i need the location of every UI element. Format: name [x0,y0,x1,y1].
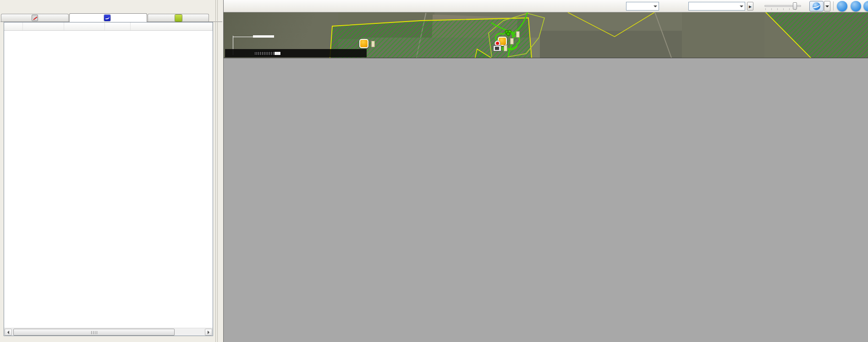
address-go-button[interactable]: ▸ [747,2,753,11]
base-combobox[interactable] [626,2,659,11]
geozone-right-polygon[interactable] [764,12,868,58]
layers-button-1[interactable] [837,1,847,11]
office-icon[interactable] [493,45,501,51]
google-earth-dropdown[interactable] [824,1,830,11]
marker-label-terminal[interactable] [510,38,514,44]
zoom-slider-thumb[interactable] [793,2,797,10]
table-header [4,22,213,31]
haystack-icon[interactable] [504,29,512,37]
layers-button-3[interactable] [863,1,868,11]
column-header-end[interactable] [64,22,105,31]
fuel-level-chart[interactable] [224,58,868,342]
google-earth-button[interactable] [809,1,824,11]
geozone-label[interactable] [371,41,375,47]
globe-icon [813,2,820,10]
number-1-icon [175,15,182,22]
chevron-down-icon [654,6,657,9]
tab-one[interactable] [148,14,209,22]
layers-button-2[interactable] [851,1,861,11]
horizontal-scrollbar[interactable] [4,328,213,336]
event-type-tab-bar [0,3,222,13]
column-header-start[interactable] [23,22,64,31]
address-combobox[interactable] [688,2,745,11]
events-panel [0,0,223,342]
scroll-right-button[interactable] [205,329,212,336]
column-header-volume[interactable] [105,22,131,31]
column-header-location[interactable] [131,22,213,31]
gauge-icon [32,15,38,21]
geozone-border-line [568,12,654,37]
thumb-grip-icon [91,331,97,334]
geozone-c-icon[interactable] [359,39,368,48]
view-tab-bar [0,13,222,22]
tab-gauge[interactable] [1,14,69,22]
table-body [4,31,213,328]
scroll-left-button[interactable] [5,329,12,336]
column-header-id[interactable] [4,22,23,31]
map-and-chart-panel: ▸ [223,0,868,342]
track-status-bar [225,49,367,57]
panel-splitter[interactable] [215,0,216,342]
arrow-left-icon [7,331,9,334]
refuel-events-table [4,22,213,336]
tab-tank-1[interactable] [69,13,147,22]
panel-splitter-line [217,0,218,342]
toolbar-separator [833,1,834,11]
speed-gauge [254,51,281,55]
satellite-map[interactable] [224,12,868,58]
scrollbar-thumb[interactable] [13,329,175,336]
fuel-chart-icon [104,15,110,21]
chevron-down-icon [825,6,829,9]
arrow-right-icon [208,331,209,334]
chevron-down-icon [740,6,743,9]
map-toolbar: ▸ [224,0,868,12]
scale-bar-segment [253,35,274,38]
marker-label-senoval[interactable] [516,31,520,38]
marker-label-office[interactable] [504,45,507,51]
